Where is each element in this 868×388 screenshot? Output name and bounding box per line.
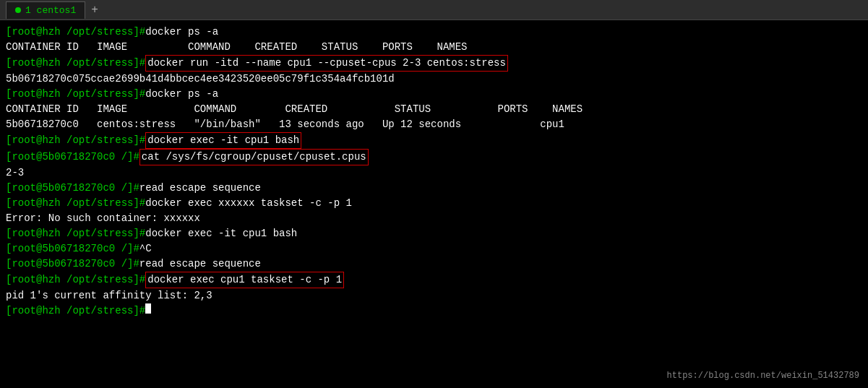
terminal-line: [root@hzh /opt/stress]# docker ps -a <box>6 87 862 102</box>
terminal-line: [root@hzh /opt/stress]# docker exec -it … <box>6 132 862 149</box>
command: docker exec -it cpu1 bash <box>145 226 297 241</box>
prompt: [root@hzh /opt/stress]# <box>6 25 145 40</box>
prompt: [root@hzh /opt/stress]# <box>6 87 145 102</box>
terminal-line: [root@hzh /opt/stress]# docker exec cpu1… <box>6 272 862 288</box>
terminal-line: [root@5b06718270c0 /]# read escape seque… <box>6 256 862 272</box>
highlighted-command: cat /sys/fs/cgroup/cpuset/cpuset.cpus <box>139 149 369 165</box>
prompt: [root@hzh /opt/stress]# <box>6 196 145 211</box>
terminal-line: [root@hzh /opt/stress]# <box>6 303 862 319</box>
prompt: [root@5b06718270c0 /]# <box>6 150 139 165</box>
command: read escape sequence <box>139 256 261 272</box>
table-header: CONTAINER ID IMAGE COMMAND CREATED STATU… <box>6 40 468 55</box>
terminal-line: 2-3 <box>6 165 862 181</box>
command: docker ps -a <box>145 25 218 40</box>
prompt: [root@hzh /opt/stress]# <box>6 272 145 288</box>
cursor <box>145 303 151 314</box>
highlighted-command: docker exec -it cpu1 bash <box>145 132 301 149</box>
command: docker exec xxxxxx taskset -c -p 1 <box>145 196 352 211</box>
terminal-tab[interactable]: 1 centos1 <box>6 1 85 19</box>
terminal-line: [root@hzh /opt/stress]# docker ps -a <box>6 25 862 40</box>
terminal-line: [root@hzh /opt/stress]# docker run -itd … <box>6 55 862 72</box>
prompt: [root@hzh /opt/stress]# <box>6 303 145 319</box>
watermark: https://blog.csdn.net/weixin_51432789 <box>667 369 859 382</box>
title-bar: 1 centos1 + <box>0 0 868 20</box>
highlighted-command: docker exec cpu1 taskset -c -p 1 <box>145 272 344 288</box>
table-row: 5b06718270c0 centos:stress "/bin/bash" 1… <box>6 117 564 132</box>
output-text: 2-3 <box>6 165 24 181</box>
terminal-line: 5b06718270c075ccae2699b41d4bbcec4ee34235… <box>6 72 862 87</box>
command: ^C <box>139 241 152 256</box>
terminal-line: CONTAINER ID IMAGE COMMAND CREATED STATU… <box>6 102 862 117</box>
new-tab-button[interactable]: + <box>91 4 98 17</box>
command: read escape sequence <box>139 181 261 196</box>
terminal-line: [root@5b06718270c0 /]# ^C <box>6 241 862 256</box>
prompt: [root@hzh /opt/stress]# <box>6 226 145 241</box>
prompt: [root@5b06718270c0 /]# <box>6 256 139 272</box>
terminal-line: [root@5b06718270c0 /]# cat /sys/fs/cgrou… <box>6 149 862 165</box>
terminal-line: [root@5b06718270c0 /]# read escape seque… <box>6 181 862 196</box>
output-text: pid 1's current affinity list: 2,3 <box>6 288 212 303</box>
tab-dot <box>15 7 21 13</box>
terminal-line: pid 1's current affinity list: 2,3 <box>6 288 862 303</box>
terminal-line: [root@hzh /opt/stress]# docker exec xxxx… <box>6 196 862 211</box>
prompt: [root@5b06718270c0 /]# <box>6 241 139 256</box>
highlighted-command: docker run -itd --name cpu1 --cpuset-cpu… <box>145 55 508 72</box>
terminal-line: CONTAINER ID IMAGE COMMAND CREATED STATU… <box>6 40 862 55</box>
terminal-line: 5b06718270c0 centos:stress "/bin/bash" 1… <box>6 117 862 132</box>
prompt: [root@hzh /opt/stress]# <box>6 133 145 148</box>
tab-label: 1 centos1 <box>25 5 76 16</box>
prompt: [root@hzh /opt/stress]# <box>6 56 145 71</box>
prompt: [root@5b06718270c0 /]# <box>6 181 139 196</box>
command: docker ps -a <box>145 87 218 102</box>
terminal-line: Error: No such container: xxxxxx <box>6 211 862 226</box>
terminal-window[interactable]: [root@hzh /opt/stress]# docker ps -a CON… <box>0 20 868 388</box>
table-header: CONTAINER ID IMAGE COMMAND CREATED STATU… <box>6 102 583 117</box>
output-text: 5b06718270c075ccae2699b41d4bbcec4ee34235… <box>6 72 395 87</box>
error-text: Error: No such container: xxxxxx <box>6 211 200 226</box>
terminal-line: [root@hzh /opt/stress]# docker exec -it … <box>6 226 862 241</box>
